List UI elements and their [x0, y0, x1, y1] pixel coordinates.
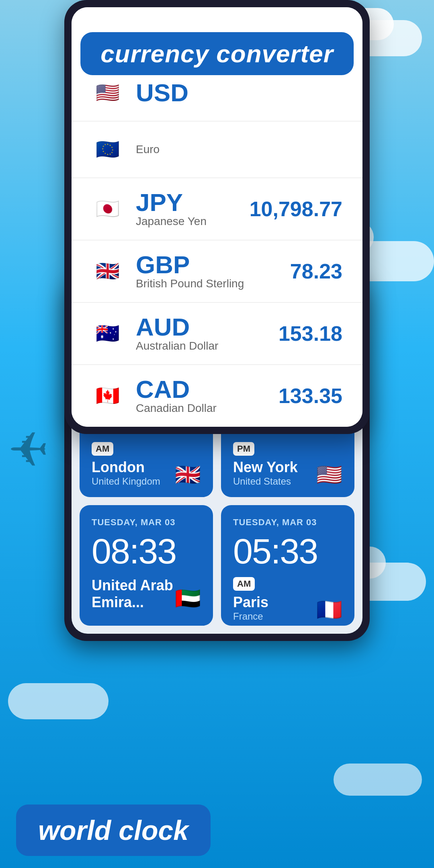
jpy-name: Japanese Yen	[136, 215, 250, 228]
gbp-flag: 🇬🇧	[92, 255, 124, 287]
currency-item-gbp: 🇬🇧 GBP British Pound Sterling 78.23	[72, 240, 362, 303]
clock-card-paris[interactable]: TUESDAY, MAR 03 05:33 AM Paris France 🇫🇷	[221, 505, 354, 626]
world-clock-label-text: world clock	[38, 815, 188, 845]
jpy-info: JPY Japanese Yen	[136, 190, 250, 228]
london-footer: AM London United Kingdom 🇬🇧	[92, 442, 201, 487]
jpy-flag: 🇯🇵	[92, 193, 124, 225]
uae-city: United Arab Emira...	[92, 577, 175, 611]
aud-info: AUD Australian Dollar	[136, 315, 278, 352]
aud-flag: 🇦🇺	[92, 317, 124, 350]
paris-city: Paris	[233, 594, 316, 611]
currency-item-jpy: 🇯🇵 JPY Japanese Yen 10,798.77	[72, 178, 362, 240]
newyork-city: New York	[233, 459, 316, 476]
currency-list: 🇺🇸 USD 🇪🇺 Euro 🇯🇵 JPY	[72, 65, 362, 427]
london-city-info: AM London United Kingdom	[92, 442, 175, 487]
cad-flag: 🇨🇦	[92, 380, 124, 412]
currency-item-eur: 🇪🇺 Euro	[72, 121, 362, 178]
paris-flag: 🇫🇷	[316, 598, 342, 622]
newyork-flag: 🇺🇸	[316, 463, 342, 487]
gbp-value: 78.23	[290, 259, 342, 283]
eur-name: Euro	[136, 143, 342, 156]
paris-ampm: AM	[233, 577, 255, 591]
uae-city-info: United Arab Emira...	[92, 577, 175, 611]
airplane-decoration: ✈	[8, 422, 49, 478]
currency-item-cad: 🇨🇦 CAD Canadian Dollar 133.35	[72, 365, 362, 427]
newyork-country: United States	[233, 476, 316, 487]
london-city: London	[92, 459, 175, 476]
cad-code: CAD	[136, 377, 278, 402]
jpy-code: JPY	[136, 190, 250, 215]
aud-value: 153.18	[278, 321, 342, 346]
newyork-footer: PM New York United States 🇺🇸	[233, 442, 342, 487]
newyork-ampm: PM	[233, 442, 254, 456]
paris-country: France	[233, 611, 316, 622]
eur-flag: 🇪🇺	[92, 133, 124, 166]
cad-name: Canadian Dollar	[136, 402, 278, 415]
world-clock-label: world clock	[16, 805, 211, 856]
uae-flag: 🇦🇪	[175, 586, 201, 611]
paris-date: TUESDAY, MAR 03	[233, 517, 342, 528]
gbp-info: GBP British Pound Sterling	[136, 252, 290, 290]
eur-info: Euro	[136, 143, 342, 156]
currency-converter-label: currency converter	[80, 32, 354, 75]
aud-code: AUD	[136, 315, 278, 340]
newyork-city-info: PM New York United States	[233, 442, 316, 487]
london-country: United Kingdom	[92, 476, 175, 487]
paris-footer: AM Paris France 🇫🇷	[233, 577, 342, 622]
uae-time: 08:33	[92, 534, 201, 569]
currency-item-aud: 🇦🇺 AUD Australian Dollar 153.18	[72, 303, 362, 365]
aud-name: Australian Dollar	[136, 340, 278, 352]
london-ampm: AM	[92, 442, 113, 456]
gbp-name: British Pound Sterling	[136, 277, 290, 290]
usd-flag: 🇺🇸	[92, 77, 124, 109]
cad-value: 133.35	[278, 384, 342, 408]
cad-info: CAD Canadian Dollar	[136, 377, 278, 415]
clock-card-uae[interactable]: TUESDAY, MAR 03 08:33 United Arab Emira.…	[80, 505, 213, 626]
gbp-code: GBP	[136, 252, 290, 277]
uae-date: TUESDAY, MAR 03	[92, 517, 201, 528]
jpy-value: 10,798.77	[250, 197, 342, 221]
paris-city-info: AM Paris France	[233, 577, 316, 622]
usd-code: USD	[136, 80, 342, 105]
currency-converter-phone: currency converter 100 USD equals: 🇺🇸 US…	[64, 0, 370, 434]
usd-info: USD	[136, 80, 342, 105]
uae-footer: United Arab Emira... 🇦🇪	[92, 577, 201, 611]
london-flag: 🇬🇧	[175, 463, 201, 487]
paris-time: 05:33	[233, 534, 342, 569]
